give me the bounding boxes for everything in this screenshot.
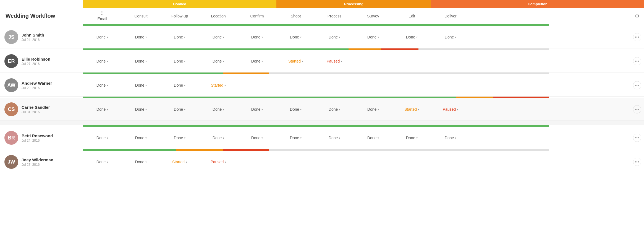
status-button[interactable]: Done▾ xyxy=(94,158,111,166)
more-button[interactable]: ••• xyxy=(630,105,644,113)
status-button[interactable]: Done▾ xyxy=(403,33,420,41)
status-cell: Done▾ xyxy=(392,33,431,41)
status-button[interactable]: Done▾ xyxy=(248,33,266,41)
status-button[interactable]: Done▾ xyxy=(171,134,188,142)
status-button[interactable]: Paused▾ xyxy=(208,158,229,166)
more-button[interactable]: ••• xyxy=(630,81,644,89)
status-label: Done xyxy=(367,35,376,39)
client-name: Betti Rosewood xyxy=(22,133,53,138)
status-cell: Done▾ xyxy=(238,105,276,113)
col-header-followup: Follow-up xyxy=(160,14,199,18)
status-button[interactable]: Started▾ xyxy=(402,105,422,113)
status-cell: Paused▾ xyxy=(431,105,470,113)
client-date: Jul 27, 2016 xyxy=(22,62,50,66)
client-name: Andrew Warner xyxy=(22,81,52,86)
status-button[interactable]: Done▾ xyxy=(287,105,304,113)
status-cell: Done▾ xyxy=(122,33,160,41)
status-button[interactable]: Done▾ xyxy=(326,134,343,142)
caret-icon: ▾ xyxy=(184,136,185,139)
client-row: ⋮⋮BRBetti RosewoodJul 24, 2016Done▾Done▾… xyxy=(0,127,644,149)
status-label: Started xyxy=(288,59,301,63)
status-cell: Done▾ xyxy=(122,81,160,89)
status-cell: Done▾ xyxy=(122,158,160,166)
drag-handle-icon[interactable]: ⋮⋮ xyxy=(2,160,10,164)
col-label-process: Process xyxy=(328,14,342,18)
status-button[interactable]: Done▾ xyxy=(132,158,150,166)
status-button[interactable]: Done▾ xyxy=(248,134,266,142)
status-cell: Paused▾ xyxy=(315,57,354,65)
status-button[interactable]: Done▾ xyxy=(248,105,266,113)
status-button[interactable]: Done▾ xyxy=(287,33,304,41)
caret-icon: ▾ xyxy=(145,136,147,139)
status-button[interactable]: Done▾ xyxy=(132,81,150,89)
more-dots-icon: ••• xyxy=(633,134,641,142)
status-label: Done xyxy=(251,35,260,39)
status-cells: Done▾Done▾Done▾Done▾Done▾Started▾Paused▾ xyxy=(83,57,630,65)
status-button[interactable]: Paused▾ xyxy=(324,57,345,65)
status-button[interactable]: Done▾ xyxy=(171,81,188,89)
status-button[interactable]: Done▾ xyxy=(326,105,343,113)
status-button[interactable]: Done▾ xyxy=(210,134,227,142)
status-label: Done xyxy=(96,107,106,112)
status-button[interactable]: Done▾ xyxy=(94,134,111,142)
drag-handle-icon[interactable]: ⋮⋮ xyxy=(2,59,10,63)
status-cell: Done▾ xyxy=(354,33,392,41)
status-button[interactable]: Done▾ xyxy=(287,134,304,142)
status-button[interactable]: Started▾ xyxy=(286,57,306,65)
client-info: CSCarrie SandlerJul 31, 2016 xyxy=(0,102,83,116)
more-button[interactable]: ••• xyxy=(630,158,644,166)
status-cell: Started▾ xyxy=(392,105,431,113)
status-button[interactable]: Done▾ xyxy=(210,33,227,41)
more-dots-icon: ••• xyxy=(633,105,641,113)
drag-handle-icon[interactable]: ⋮⋮ xyxy=(2,136,10,140)
status-label: Started xyxy=(211,83,223,87)
client-info: JSJohn SmithJul 24, 2016 xyxy=(0,30,83,44)
status-button[interactable]: Done▾ xyxy=(94,33,111,41)
status-button[interactable]: Done▾ xyxy=(365,33,382,41)
status-button[interactable]: Done▾ xyxy=(442,33,459,41)
caret-icon: ▾ xyxy=(107,84,108,87)
status-button[interactable]: Done▾ xyxy=(132,134,150,142)
more-button[interactable]: ••• xyxy=(630,134,644,142)
status-cells: Done▾Done▾Started▾Paused▾ xyxy=(83,158,630,166)
status-button[interactable]: Done▾ xyxy=(365,134,382,142)
status-button[interactable]: Done▾ xyxy=(94,105,111,113)
caret-icon: ▾ xyxy=(341,60,342,63)
status-label: Done xyxy=(174,35,183,39)
status-cell: Done▾ xyxy=(276,134,315,142)
status-cell: Done▾ xyxy=(276,105,315,113)
status-button[interactable]: Done▾ xyxy=(132,105,150,113)
drag-handle-icon[interactable]: ⋮⋮ xyxy=(2,83,10,87)
status-cell: Done▾ xyxy=(276,33,315,41)
status-button[interactable]: Done▾ xyxy=(365,105,382,113)
status-button[interactable]: Done▾ xyxy=(132,57,150,65)
status-button[interactable]: Done▾ xyxy=(171,105,188,113)
client-date: Jul 24, 2016 xyxy=(22,139,53,143)
status-label: Done xyxy=(406,136,415,140)
status-label: Paused xyxy=(211,160,224,164)
status-button[interactable]: Done▾ xyxy=(210,57,227,65)
caret-icon: ▾ xyxy=(378,36,379,39)
drag-handle-icon[interactable]: ⋮⋮ xyxy=(2,107,10,112)
status-button[interactable]: Done▾ xyxy=(326,33,343,41)
status-cell: Done▾ xyxy=(392,134,431,142)
status-button[interactable]: Done▾ xyxy=(248,57,266,65)
status-cells: Done▾Done▾Done▾Done▾Done▾Done▾Done▾Done▾… xyxy=(83,134,630,142)
more-button[interactable]: ••• xyxy=(630,33,644,41)
status-button[interactable]: Done▾ xyxy=(94,81,111,89)
status-button[interactable]: Done▾ xyxy=(171,57,188,65)
drag-handle-icon[interactable]: ⋮⋮ xyxy=(2,35,10,39)
status-button[interactable]: Done▾ xyxy=(403,134,420,142)
status-button[interactable]: Paused▾ xyxy=(440,105,461,113)
status-button[interactable]: Started▾ xyxy=(208,81,229,89)
settings-button[interactable]: ⚙ xyxy=(630,13,644,19)
caret-icon: ▾ xyxy=(378,108,379,111)
status-button[interactable]: Done▾ xyxy=(171,33,188,41)
more-button[interactable]: ••• xyxy=(630,57,644,65)
status-button[interactable]: Started▾ xyxy=(169,158,190,166)
caret-icon: ▾ xyxy=(416,136,418,139)
status-button[interactable]: Done▾ xyxy=(94,57,111,65)
status-button[interactable]: Done▾ xyxy=(442,134,459,142)
status-button[interactable]: Done▾ xyxy=(132,33,150,41)
status-button[interactable]: Done▾ xyxy=(210,105,227,113)
